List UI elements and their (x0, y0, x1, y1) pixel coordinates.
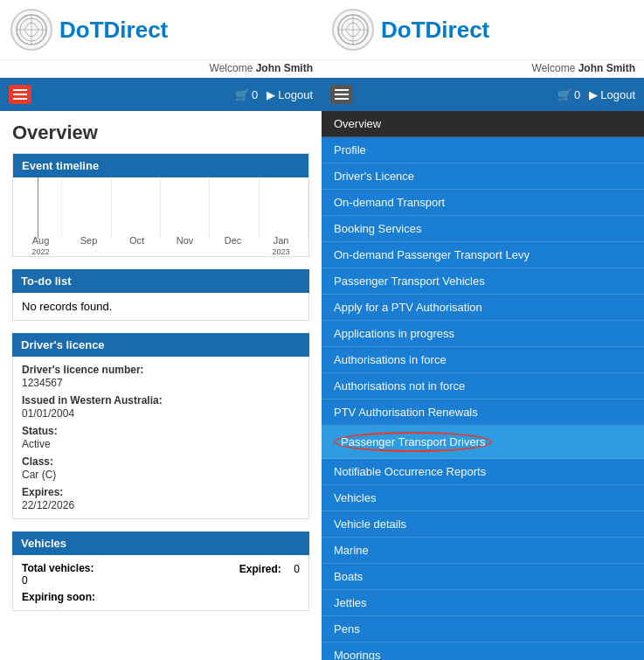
menu-item-16[interactable]: Marine (322, 538, 644, 564)
expired-label: Expired: (239, 563, 281, 575)
menu-item-label-4: Booking Services (334, 222, 421, 235)
menu-item-3[interactable]: On-demand Transport (322, 190, 644, 216)
menu-item-label-17: Boats (334, 570, 363, 583)
right-logout-button[interactable]: ▶ Logout (589, 88, 635, 101)
timeline-oct: Oct (113, 235, 161, 256)
timeline-gridlines (13, 177, 308, 239)
right-logout-label: Logout (600, 88, 635, 101)
timeline-aug: Aug2022 (17, 235, 65, 256)
hamburger-line-1 (13, 89, 27, 91)
menu-item-5[interactable]: On-demand Passenger Transport Levy (322, 242, 644, 268)
total-vehicles-label: Total vehicles: (22, 562, 161, 574)
menu-item-label-10: Authorisations not in force (334, 379, 465, 393)
menu-item-label-13: Notifiable Occurrence Reports (334, 465, 486, 478)
vehicles-total-col: Total vehicles: 0 (22, 562, 161, 587)
nav-right: 🛒 0 ▶ Logout (235, 88, 313, 101)
menu-item-2[interactable]: Driver's Licence (322, 163, 644, 190)
menu-item-label-8: Applications in progress (334, 327, 454, 340)
menu-item-14[interactable]: Vehicles (322, 485, 644, 511)
vehicles-expired-col: Expired: 0 (161, 562, 300, 587)
logout-button[interactable]: ▶ Logout (267, 88, 313, 101)
menu-item-17[interactable]: Boats (322, 564, 644, 590)
dl-class-value: Car (C) (22, 469, 300, 481)
menu-item-7[interactable]: Apply for a PTV Authorisation (322, 295, 644, 321)
total-vehicles-value: 0 (22, 574, 161, 587)
logo-dot: DoT (59, 17, 104, 43)
right-cart-button[interactable]: 🛒 0 (557, 88, 580, 101)
menu-item-label-12: Passenger Transport Drivers (334, 432, 492, 452)
right-panel: DoTDirect Welcome John Smith 🛒 0 ▶ Logou… (322, 0, 644, 660)
left-panel: DoTDirect Welcome John Smith 🛒 0 ▶ Logou… (0, 0, 322, 660)
drivers-licence-content: Driver's licence number: 1234567 Issued … (12, 357, 309, 519)
dl-status-label: Status: (22, 425, 300, 437)
welcome-user: John Smith (256, 62, 313, 74)
dl-expires-label: Expires: (22, 486, 300, 498)
logout-icon: ▶ (267, 88, 275, 101)
menu-item-label-14: Vehicles (334, 491, 376, 504)
hamburger-button[interactable] (9, 85, 31, 104)
dl-number-value: 1234567 (22, 377, 300, 389)
right-logo-text: DoTDirect (381, 17, 489, 44)
menu-item-12[interactable]: Passenger Transport Drivers (322, 426, 644, 459)
right-cart-count: 0 (574, 88, 580, 101)
dl-issued-label: Issued in Western Australia: (22, 394, 300, 406)
cart-button[interactable]: 🛒 0 (235, 88, 258, 101)
menu-item-label-15: Vehicle details (334, 518, 406, 531)
logout-label: Logout (278, 88, 313, 101)
menu-item-label-16: Marine (334, 544, 369, 557)
vehicles-row: Total vehicles: 0 Expired: 0 (22, 562, 300, 587)
timeline-jan: Jan2023 (257, 235, 305, 256)
timeline-month-labels: Aug2022 Sep Oct Nov Dec Jan2023 (13, 235, 308, 256)
dl-expires-value: 22/12/2026 (22, 499, 300, 511)
right-logo-dot: DoT (381, 17, 426, 43)
menu-item-label-3: On-demand Transport (334, 196, 445, 209)
menu-item-label-5: On-demand Passenger Transport Levy (334, 248, 530, 261)
right-welcome-prefix: Welcome (532, 62, 576, 74)
todo-section: To-do list No records found. (12, 269, 309, 321)
menu-item-1[interactable]: Profile (322, 137, 644, 163)
left-logo-text: DoTDirect (59, 17, 168, 44)
hamburger-line-2 (13, 94, 27, 95)
menu-item-label-6: Passenger Transport Vehicles (334, 274, 485, 288)
welcome-prefix: Welcome (210, 62, 253, 74)
menu-item-15[interactable]: Vehicle details (322, 511, 644, 538)
menu-item-11[interactable]: PTV Authorisation Renewals (322, 399, 644, 426)
timeline-sep: Sep (65, 235, 113, 256)
drivers-licence-header: Driver's licence (12, 333, 309, 357)
menu-item-label-0: Overview (334, 117, 381, 130)
timeline-chart: Aug2022 Sep Oct Nov Dec Jan2023 (13, 177, 308, 256)
drivers-licence-section: Driver's licence Driver's licence number… (12, 333, 309, 519)
menu-item-13[interactable]: Notifiable Occurrence Reports (322, 459, 644, 485)
dl-class-label: Class: (22, 455, 300, 468)
right-hamburger-line-2 (335, 94, 349, 95)
menu-item-0[interactable]: Overview (322, 111, 644, 137)
page-title: Overview (12, 122, 309, 144)
vehicles-content: Total vehicles: 0 Expired: 0 Expiring so… (12, 555, 309, 611)
event-timeline-section: Event timeline Aug2022 Sep Oct Nov Dec J… (12, 153, 309, 257)
menu-item-8[interactable]: Applications in progress (322, 321, 644, 347)
menu-item-18[interactable]: Jetties (322, 590, 644, 616)
right-logo-direct: Direct (426, 17, 490, 43)
right-nav-bar: 🛒 0 ▶ Logout (322, 78, 644, 111)
menu-item-6[interactable]: Passenger Transport Vehicles (322, 268, 644, 295)
hamburger-line-3 (13, 98, 27, 100)
menu-item-9[interactable]: Authorisations in force (322, 347, 644, 373)
menu-item-4[interactable]: Booking Services (322, 216, 644, 242)
todo-empty-message: No records found. (22, 300, 112, 313)
menu-item-20[interactable]: Moorings (322, 643, 644, 660)
dl-status-value: Active (22, 438, 300, 450)
cart-count: 0 (252, 88, 258, 101)
menu-item-label-19: Pens (334, 622, 360, 636)
menu-item-label-1: Profile (334, 143, 366, 156)
menu-item-19[interactable]: Pens (322, 616, 644, 643)
right-hamburger-button[interactable] (330, 85, 353, 104)
right-logout-icon: ▶ (589, 88, 598, 101)
right-cart-icon: 🛒 (557, 88, 571, 101)
left-logo-bar: DoTDirect (0, 0, 322, 60)
timeline-dec: Dec (209, 235, 257, 256)
left-nav-bar: 🛒 0 ▶ Logout (0, 78, 322, 111)
menu-item-10[interactable]: Authorisations not in force (322, 373, 644, 399)
right-emblem (332, 9, 374, 51)
right-nav-right: 🛒 0 ▶ Logout (557, 88, 635, 101)
cart-icon: 🛒 (235, 88, 249, 101)
